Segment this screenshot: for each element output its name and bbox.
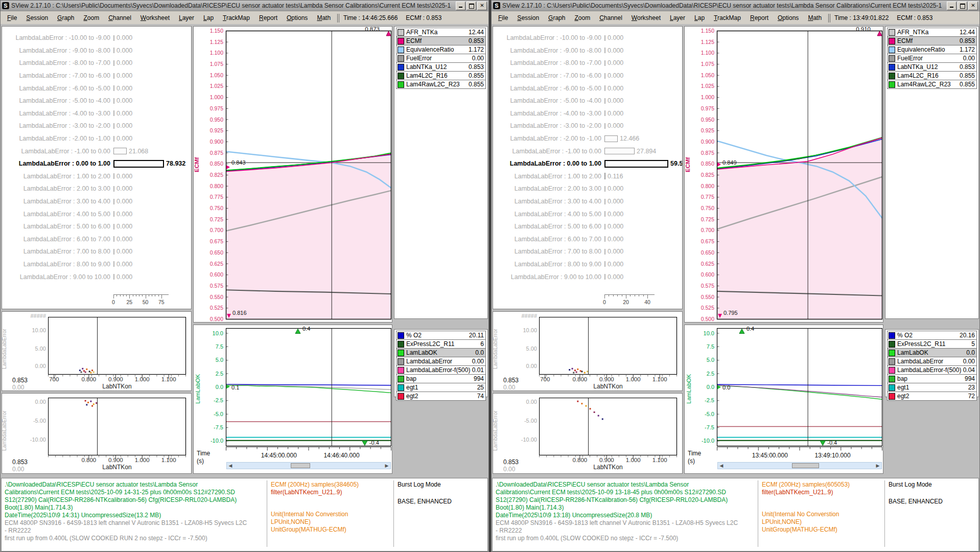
legend-row--o2[interactable]: % O220.11 (396, 331, 486, 340)
legend-row-bap[interactable]: bap994 (887, 374, 977, 383)
menu-item-graph[interactable]: Graph (544, 14, 570, 21)
legend-row-lambdalaberror-f-500-[interactable]: LambdaLabError-f(500)0.04 (887, 365, 977, 375)
lambda-error-row[interactable]: LambdaLabError : 2.00 to 3.000.000 (493, 182, 682, 195)
scatter-plot-area[interactable] (539, 317, 678, 380)
lambda-error-row[interactable]: LambdaLabError : -3.00 to -2.000.000 (2, 120, 191, 132)
menu-item-lap[interactable]: Lap (199, 14, 218, 21)
menu-item-session[interactable]: Session (512, 14, 544, 21)
menu-item-report[interactable]: Report (254, 14, 282, 21)
lambda-error-row[interactable]: LambdaLabError : -2.00 to -1.000.000 (2, 132, 191, 145)
menu-item-options[interactable]: Options (282, 14, 312, 21)
menu-item-math[interactable]: Math (312, 14, 335, 21)
legend-row-ecmf[interactable]: ECMf0.853 (887, 36, 977, 45)
lambda-error-row[interactable]: LambdaLabError : -8.00 to -7.000.000 (2, 57, 191, 70)
legend-row-egt1[interactable]: egt123 (887, 383, 977, 392)
scroll-right-icon[interactable]: ▶ (875, 463, 881, 468)
time-scrollbar[interactable]: ◀ ▶ (717, 462, 882, 469)
lambda-error-row[interactable]: LambdaLabError : 3.00 to 4.000.000 (2, 195, 191, 208)
legend-row-lambdalaberror[interactable]: LambdaLabError0.00 (396, 357, 486, 366)
legend-row-afr-ntka[interactable]: AFR_NTKa12.44 (396, 28, 486, 37)
menu-item-layer[interactable]: Layer (174, 14, 199, 21)
maximize-button[interactable] (466, 2, 476, 10)
scroll-left-icon[interactable]: ◀ (718, 463, 725, 468)
legend-row-equivalenceratio[interactable]: EquivalenceRatio1.172 (887, 45, 977, 54)
legend-row-bap[interactable]: bap994 (396, 374, 486, 383)
legend-row--o2[interactable]: % O220.16 (887, 331, 977, 340)
menu-item-zoom[interactable]: Zoom (79, 14, 104, 21)
lambda-error-row[interactable]: LambdaLabError : -10.00 to -9.000.000 (2, 32, 191, 44)
lambda-error-row[interactable]: LambdaLabError : -6.00 to -5.000.000 (2, 82, 191, 95)
lambda-error-row[interactable]: LambdaLabError : 7.00 to 8.000.000 (493, 245, 682, 258)
legend-row-lam4l2c-r16[interactable]: Lam4L2C_R160.855 (396, 71, 486, 80)
legend-row-lam4rawl2c-r23[interactable]: Lam4RawL2C_R230.855 (887, 80, 977, 89)
lambda-error-row[interactable]: LambdaLabError : -7.00 to -6.000.000 (2, 70, 191, 82)
menu-item-channel[interactable]: Channel (104, 14, 136, 21)
legend-row-lamlabok[interactable]: LamLabOK0.0 (396, 348, 486, 357)
lambda-error-row[interactable]: LambdaLabError : 9.00 to 10.000.000 (493, 270, 682, 283)
lambda-error-row[interactable]: LambdaLabError : 8.00 to 9.000.000 (2, 258, 191, 271)
minimize-button[interactable] (456, 2, 465, 10)
time-scrollbar[interactable]: ◀ ▶ (226, 462, 391, 469)
legend-row-egt2[interactable]: egt272 (887, 392, 977, 401)
lambda-error-row[interactable]: LambdaLabError : -7.00 to -6.000.000 (493, 70, 682, 82)
lambda-error-row[interactable]: LambdaLabError : 1.00 to 2.000.000 (2, 170, 191, 183)
lambda-error-row[interactable]: LambdaLabError : -4.00 to -3.000.000 (2, 107, 191, 120)
lamlabok-chart-plot[interactable] (225, 325, 392, 451)
lambda-error-row[interactable]: LambdaLabError : -9.00 to -8.000.000 (2, 44, 191, 57)
scroll-right-icon[interactable]: ▶ (384, 463, 390, 468)
lambda-error-row[interactable]: LambdaLabError : -6.00 to -5.000.000 (493, 82, 682, 95)
ecmf-chart-plot[interactable] (716, 27, 883, 323)
lambda-error-row[interactable]: LambdaLabError : 2.00 to 3.000.000 (2, 182, 191, 195)
lambda-error-row[interactable]: LambdaLabError : -5.00 to -4.000.000 (2, 95, 191, 107)
legend-row-afr-ntka[interactable]: AFR_NTKa12.44 (887, 28, 977, 37)
menu-item-graph[interactable]: Graph (53, 14, 79, 21)
legend-row-expressl2c-r11[interactable]: ExPressL2C_R115 (887, 339, 977, 349)
scatter-plot-area[interactable] (48, 317, 187, 380)
lambda-error-row[interactable]: LambdaLabError : -4.00 to -3.000.000 (493, 107, 682, 120)
scatter-plot-area[interactable] (48, 398, 187, 461)
title-bar[interactable]: S SView 2.17.10 : C:\Users\Public\Docume… (1, 1, 488, 11)
menu-item-options[interactable]: Options (773, 14, 803, 21)
lambda-error-row[interactable]: LambdaLabError : 6.00 to 7.000.000 (2, 233, 191, 246)
menu-item-worksheet[interactable]: Worksheet (627, 14, 665, 21)
close-button[interactable]: ✕ (477, 2, 487, 10)
menu-item-layer[interactable]: Layer (665, 14, 690, 21)
menu-item-report[interactable]: Report (745, 14, 773, 21)
scrollbar-thumb[interactable] (291, 463, 310, 468)
lambda-error-row[interactable]: LambdaLabError : -9.00 to -8.000.000 (493, 44, 682, 57)
lambda-error-row[interactable]: LambdaLabError : -1.00 to 0.0027.894 (493, 145, 682, 157)
legend-row-fuelerror[interactable]: FuelError0.00 (396, 54, 486, 63)
lambda-error-row[interactable]: LambdaLabError : -3.00 to -2.000.000 (493, 120, 682, 132)
legend-row-lamlabok[interactable]: LamLabOK0.0 (887, 348, 977, 357)
lambda-error-row[interactable]: LambdaLabError : -10.00 to -9.000.000 (493, 32, 682, 44)
maximize-button[interactable] (958, 2, 967, 10)
lambda-error-row[interactable]: LambdaLabError : 1.00 to 2.000.116 (493, 170, 682, 183)
lambda-error-row[interactable]: LambdaLabError : 6.00 to 7.000.000 (493, 233, 682, 246)
lambda-error-row[interactable]: LambdaLabError : 7.00 to 8.000.000 (2, 245, 191, 258)
lambda-error-row[interactable]: LambdaLabError : 9.00 to 10.000.000 (2, 270, 191, 283)
menu-item-trackmap[interactable]: TrackMap (218, 14, 254, 21)
legend-row-fuelerror[interactable]: FuelError0.00 (887, 54, 977, 63)
close-button[interactable]: ✕ (968, 2, 978, 10)
scroll-left-icon[interactable]: ◀ (227, 463, 234, 468)
lambda-error-row[interactable]: LambdaLabError : 0.00 to 1.0059.524 (493, 157, 682, 170)
legend-row-ecmf[interactable]: ECMf0.853 (396, 36, 486, 45)
legend-row-egt1[interactable]: egt125 (396, 383, 486, 392)
legend-row-lam4rawl2c-r23[interactable]: Lam4RawL2C_R230.855 (396, 80, 486, 89)
scrollbar-thumb[interactable] (792, 463, 819, 468)
legend-row-labntka-u12[interactable]: LabNTKa_U120.853 (887, 62, 977, 72)
legend-row-equivalenceratio[interactable]: EquivalenceRatio1.172 (396, 45, 486, 54)
legend-row-lam4l2c-r16[interactable]: Lam4L2C_R160.855 (887, 71, 977, 80)
title-bar[interactable]: S SView 2.17.10 : C:\Users\Public\Docume… (492, 1, 979, 11)
lambda-error-row[interactable]: LambdaLabError : -8.00 to -7.000.000 (493, 57, 682, 70)
lambda-error-row[interactable]: LambdaLabError : 3.00 to 4.000.000 (493, 195, 682, 208)
legend-row-labntka-u12[interactable]: LabNTKa_U120.853 (396, 62, 486, 72)
lambda-error-row[interactable]: LambdaLabError : -1.00 to 0.0021.068 (2, 145, 191, 157)
lambda-error-row[interactable]: LambdaLabError : 4.00 to 5.000.000 (2, 208, 191, 220)
minimize-button[interactable] (947, 2, 956, 10)
legend-row-egt2[interactable]: egt274 (396, 392, 486, 401)
menu-item-math[interactable]: Math (803, 14, 826, 21)
ecmf-chart-plot[interactable] (225, 27, 392, 323)
menu-item-file[interactable]: File (3, 14, 21, 21)
lambda-error-row[interactable]: LambdaLabError : 4.00 to 5.000.000 (493, 208, 682, 220)
